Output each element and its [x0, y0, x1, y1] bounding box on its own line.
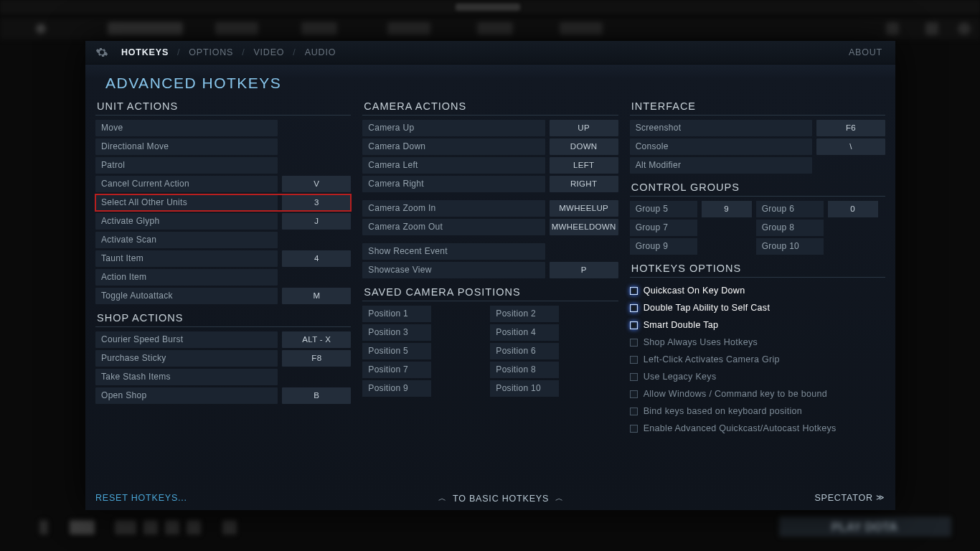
hotkey-label: Alt Modifier — [630, 157, 812, 174]
hotkey-pair-row: Position 5Position 6 — [362, 343, 618, 359]
hotkey-bind[interactable]: 4 — [282, 250, 351, 267]
hotkey-label: Action Item — [95, 269, 278, 286]
section-hotkeys-options: HOTKEYS OPTIONS — [630, 257, 885, 278]
hotkey-label: Screenshot — [630, 120, 812, 136]
hotkey-bind[interactable]: UP — [550, 120, 618, 136]
hotkey-pair-row: Position 3Position 4 — [362, 324, 618, 341]
hotkey-label: Camera Up — [362, 120, 545, 136]
hotkey-bind[interactable]: 9 — [702, 201, 752, 217]
tab-options[interactable]: OPTIONS — [189, 47, 233, 57]
hotkey-label: Group 8 — [756, 220, 824, 236]
option-label: Use Legacy Keys — [644, 372, 717, 382]
hotkey-row: Action Item — [95, 269, 351, 286]
hotkey-bind[interactable]: DOWN — [550, 138, 618, 155]
option-label: Smart Double Tap — [644, 320, 719, 330]
option-label: Bind keys based on keyboard position — [644, 406, 802, 416]
page-title: ADVANCED HOTKEYS — [85, 65, 895, 95]
hotkey-label: Group 5 — [630, 201, 697, 217]
option-label: Double Tap Ability to Self Cast — [644, 303, 771, 313]
section-shop-actions: SHOP ACTIONS — [95, 306, 351, 327]
hotkey-label: Cancel Current Action — [95, 176, 278, 192]
chevron-up-icon: ︿ — [438, 493, 447, 504]
hotkey-label: Position 7 — [362, 362, 431, 378]
hotkey-bind[interactable]: 0 — [828, 201, 878, 217]
tab-about[interactable]: ABOUT — [849, 47, 882, 57]
hotkey-option[interactable]: Enable Advanced Quickcast/Autocast Hotke… — [630, 420, 885, 437]
hotkey-label: Camera Right — [362, 176, 545, 192]
background-nav — [0, 18, 980, 39]
tab-video[interactable]: VIDEO — [253, 47, 284, 57]
spectator-button[interactable]: SPECTATOR ≫ — [814, 493, 885, 503]
hotkey-bind[interactable]: J — [282, 213, 351, 230]
hotkey-option[interactable]: Allow Windows / Command key to be bound — [630, 385, 885, 402]
hotkey-row: Directional Move — [95, 138, 351, 155]
hotkey-bind[interactable]: M — [282, 288, 351, 304]
hotkey-pair-row: Group 9Group 10 — [630, 238, 885, 255]
hotkey-option[interactable]: Smart Double Tap — [630, 316, 885, 334]
hotkey-label: Directional Move — [95, 138, 278, 155]
hotkey-bind[interactable]: F8 — [282, 350, 351, 367]
hotkey-label: Position 8 — [490, 362, 559, 378]
hotkey-bind[interactable]: LEFT — [550, 157, 618, 174]
hotkey-bind[interactable]: RIGHT — [550, 176, 618, 192]
reset-hotkeys-button[interactable]: RESET HOTKEYS... — [95, 493, 187, 503]
option-label: Shop Always Uses Hotkeys — [644, 337, 758, 347]
chevron-up-icon: ︿ — [555, 493, 564, 504]
checkbox-icon — [630, 304, 638, 312]
hotkey-label: Camera Left — [362, 157, 545, 174]
hotkey-label: Taunt Item — [95, 250, 278, 267]
hotkey-label: Position 6 — [490, 343, 559, 359]
hotkey-label: Courier Speed Burst — [95, 331, 278, 348]
hotkey-label: Show Recent Event — [362, 243, 545, 260]
hotkey-label: Open Shop — [95, 387, 278, 404]
section-saved-camera: SAVED CAMERA POSITIONS — [362, 281, 618, 301]
hotkey-option[interactable]: Bind keys based on keyboard position — [630, 402, 885, 420]
hotkey-option[interactable]: Double Tap Ability to Self Cast — [630, 299, 885, 316]
section-control-groups: CONTROL GROUPS — [630, 176, 885, 197]
option-label: Allow Windows / Command key to be bound — [644, 389, 827, 399]
hotkey-pair-row: Position 9Position 10 — [362, 380, 618, 397]
hotkey-bind[interactable]: B — [282, 387, 351, 404]
hotkey-pair-row: Position 7Position 8 — [362, 362, 618, 378]
hotkey-label: Activate Scan — [95, 232, 278, 248]
hotkey-bind[interactable]: 3 — [282, 194, 351, 211]
hotkey-option[interactable]: Quickcast On Key Down — [630, 282, 885, 299]
hotkey-label: Position 1 — [362, 306, 431, 322]
hotkey-option[interactable]: Shop Always Uses Hotkeys — [630, 334, 885, 351]
checkbox-icon — [630, 408, 638, 415]
hotkey-bind[interactable]: MWHEELUP — [550, 200, 618, 217]
gear-icon[interactable] — [95, 46, 108, 59]
to-basic-label: TO BASIC HOTKEYS — [453, 494, 549, 504]
hotkey-bind[interactable]: V — [282, 176, 351, 192]
hotkey-pair-row: Group 7Group 8 — [630, 220, 885, 236]
hotkey-row: Take Stash Items — [95, 369, 351, 385]
tab-audio[interactable]: AUDIO — [305, 47, 336, 57]
panel-footer: RESET HOTKEYS... ︿ TO BASIC HOTKEYS ︿ SP… — [85, 486, 895, 510]
hotkey-row: Console\ — [630, 138, 885, 155]
hotkey-label: Camera Down — [362, 138, 545, 155]
background-top-text — [456, 4, 520, 11]
hotkey-row: ScreenshotF6 — [630, 120, 885, 136]
hotkey-label: Camera Zoom In — [362, 200, 545, 217]
hotkey-label: Camera Zoom Out — [362, 219, 545, 235]
hotkey-row: Open ShopB — [95, 387, 351, 404]
checkbox-icon — [630, 390, 638, 398]
hotkey-bind[interactable]: ALT - X — [282, 331, 351, 348]
tab-hotkeys[interactable]: HOTKEYS — [121, 47, 169, 57]
hotkey-row: Showcase ViewP — [362, 262, 618, 278]
hotkey-row: Purchase StickyF8 — [95, 350, 351, 367]
hotkey-option[interactable]: Use Legacy Keys — [630, 368, 885, 385]
hotkey-row: Toggle AutoattackM — [95, 288, 351, 304]
hotkey-pair-row: Position 1Position 2 — [362, 306, 618, 322]
hotkey-label: Group 9 — [630, 238, 697, 255]
to-basic-hotkeys-button[interactable]: ︿ TO BASIC HOTKEYS ︿ — [187, 493, 814, 504]
hotkey-bind[interactable]: MWHEELDOWN — [550, 219, 618, 235]
hotkey-row: Alt Modifier — [630, 157, 885, 174]
hotkey-bind[interactable]: F6 — [816, 120, 885, 136]
hotkey-row: Move — [95, 120, 351, 136]
checkbox-icon — [630, 339, 638, 347]
hotkey-option[interactable]: Left-Click Activates Camera Grip — [630, 351, 885, 368]
hotkey-row: Show Recent Event — [362, 243, 618, 260]
hotkey-bind[interactable]: \ — [816, 138, 885, 155]
hotkey-bind[interactable]: P — [550, 262, 618, 278]
